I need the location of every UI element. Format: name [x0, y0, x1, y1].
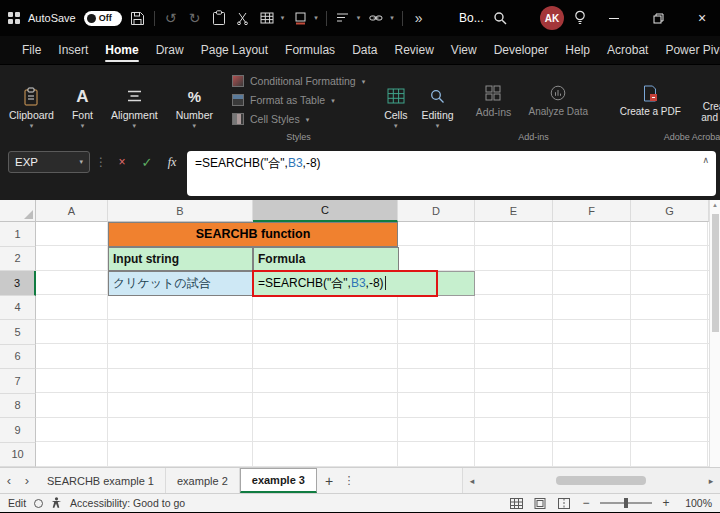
alignment-button[interactable]: Alignment ▾: [104, 67, 165, 146]
sheet-tab-searchb-example-1[interactable]: SEARCHB example 1: [36, 468, 166, 493]
row-header-5[interactable]: 5: [0, 320, 36, 345]
minimize-button[interactable]: [596, 0, 632, 36]
sheet-tab-example-3[interactable]: example 3: [240, 468, 317, 493]
tab-view[interactable]: View: [443, 37, 485, 64]
row-header-10[interactable]: 10: [0, 443, 36, 468]
restore-button[interactable]: [640, 0, 676, 36]
formula-input[interactable]: =SEARCHB("合",B3,-8) ∧: [187, 151, 716, 196]
vertical-scrollbar[interactable]: ▲: [709, 200, 720, 467]
link-icon[interactable]: [368, 8, 384, 28]
cell-styles-button[interactable]: Cell Styles ▾: [228, 111, 369, 128]
redo-icon[interactable]: ↻: [187, 8, 203, 28]
expand-formula-bar-icon[interactable]: ∧: [702, 155, 709, 165]
close-button[interactable]: ×: [684, 0, 720, 36]
sheet-options-icon[interactable]: ⋮: [341, 468, 357, 493]
vertical-scrollbar-thumb[interactable]: [712, 214, 719, 332]
autosave-toggle[interactable]: Off: [84, 11, 122, 26]
fill-color-icon[interactable]: [292, 8, 308, 28]
format-as-table-button[interactable]: Format as Table ▾: [228, 92, 369, 109]
formula-header-cell-c2[interactable]: Formula: [253, 247, 399, 272]
zoom-level[interactable]: 100%: [680, 497, 712, 509]
font-button[interactable]: A Font ▾: [65, 67, 100, 146]
tab-formulas[interactable]: Formulas: [277, 37, 343, 64]
zoom-in-button[interactable]: +: [660, 496, 672, 510]
row-header-6[interactable]: 6: [0, 345, 36, 370]
clipboard-button[interactable]: Clipboard ▾: [2, 67, 61, 146]
add-ins-button[interactable]: Add-ins: [469, 82, 519, 118]
column-header-G[interactable]: G: [631, 200, 709, 222]
scroll-right-icon[interactable]: ▸: [704, 476, 718, 486]
new-sheet-button[interactable]: +: [317, 468, 341, 493]
search-icon[interactable]: [492, 8, 508, 28]
enter-button[interactable]: ✓: [137, 151, 157, 173]
scroll-left-icon[interactable]: ◂: [465, 476, 479, 486]
row-header-8[interactable]: 8: [0, 394, 36, 419]
column-header-C[interactable]: C: [253, 200, 398, 222]
input-value-cell-b3[interactable]: クリケットの試合: [108, 271, 253, 296]
column-header-A[interactable]: A: [36, 200, 108, 222]
lightbulb-icon[interactable]: [572, 8, 588, 28]
tab-draw[interactable]: Draw: [148, 37, 192, 64]
formula-cell-c3-editing[interactable]: =SEARCHB("合",B3,-8): [252, 270, 438, 297]
input-string-header-cell-b2[interactable]: Input string: [108, 247, 253, 272]
save-icon[interactable]: [130, 8, 146, 28]
tab-page-layout[interactable]: Page Layout: [193, 37, 276, 64]
sheet-nav-right-icon[interactable]: ›: [18, 468, 36, 493]
cells-button[interactable]: Cells ▾: [377, 67, 414, 146]
zoom-slider-knob[interactable]: [624, 498, 628, 508]
zoom-out-button[interactable]: −: [580, 496, 592, 510]
title-cell-b1[interactable]: SEARCHB function: [108, 222, 398, 247]
tab-home[interactable]: Home: [97, 37, 146, 64]
more-commands-icon[interactable]: »: [411, 8, 427, 28]
accessibility-icon[interactable]: [51, 497, 62, 509]
avatar[interactable]: AK: [540, 6, 564, 30]
conditional-formatting-button[interactable]: Conditional Formatting ▾: [228, 73, 369, 90]
create-pdf-button[interactable]: Create a PDF: [610, 82, 690, 118]
row-header-1[interactable]: 1: [0, 222, 36, 247]
accessibility-status[interactable]: Accessibility: Good to go: [70, 497, 185, 509]
column-header-F[interactable]: F: [553, 200, 631, 222]
tab-power-pivot[interactable]: Power Pivot: [657, 37, 720, 64]
page-break-view-icon[interactable]: [556, 496, 572, 510]
column-header-E[interactable]: E: [475, 200, 553, 222]
row-header-9[interactable]: 9: [0, 418, 36, 443]
column-header-D[interactable]: D: [398, 200, 475, 222]
create-pdf-share-button[interactable]: Create a PDF and Share link: [690, 77, 720, 124]
row-header-7[interactable]: 7: [0, 369, 36, 394]
row-header-3[interactable]: 3: [0, 271, 36, 296]
tab-data[interactable]: Data: [344, 37, 385, 64]
number-button[interactable]: % Number ▾: [169, 67, 220, 146]
macro-record-icon[interactable]: [34, 499, 43, 508]
tab-file[interactable]: File: [14, 37, 49, 64]
zoom-slider[interactable]: [600, 502, 652, 504]
row-header-2[interactable]: 2: [0, 247, 36, 272]
sort-filter-icon[interactable]: [335, 8, 351, 28]
tab-insert[interactable]: Insert: [50, 37, 96, 64]
column-header-B[interactable]: B: [108, 200, 253, 222]
cut-icon[interactable]: [235, 8, 251, 28]
select-all-corner[interactable]: [0, 200, 36, 222]
scroll-up-icon[interactable]: ▲: [710, 202, 720, 208]
tab-acrobat[interactable]: Acrobat: [599, 37, 656, 64]
tab-developer[interactable]: Developer: [486, 37, 557, 64]
undo-icon[interactable]: ↺: [163, 8, 179, 28]
app-launcher-icon[interactable]: [8, 12, 20, 24]
editing-button[interactable]: Editing ▾: [415, 67, 461, 146]
name-box[interactable]: EXP ▾: [8, 151, 90, 173]
tab-help[interactable]: Help: [557, 37, 598, 64]
paste-icon[interactable]: [211, 8, 227, 28]
horizontal-scrollbar-thumb[interactable]: [556, 476, 646, 485]
horizontal-scroll-track[interactable]: [479, 476, 704, 485]
tab-review[interactable]: Review: [386, 37, 441, 64]
sheet-nav-left-icon[interactable]: ‹: [0, 468, 18, 493]
sheet-tab-example-2[interactable]: example 2: [166, 468, 240, 493]
insert-function-button[interactable]: fx: [162, 151, 182, 173]
horizontal-scrollbar[interactable]: ◂ ▸: [462, 468, 720, 493]
table-icon[interactable]: [259, 8, 275, 28]
row-header-4[interactable]: 4: [0, 296, 36, 321]
sheet-grid[interactable]: A B C D E F G 1 2 3 4 5 6 7 8 9 10 SEARC…: [0, 200, 709, 467]
analyze-data-button[interactable]: Analyze Data: [518, 82, 598, 118]
normal-view-icon[interactable]: [508, 496, 524, 510]
cancel-button[interactable]: ×: [112, 151, 132, 173]
page-layout-view-icon[interactable]: [532, 496, 548, 510]
